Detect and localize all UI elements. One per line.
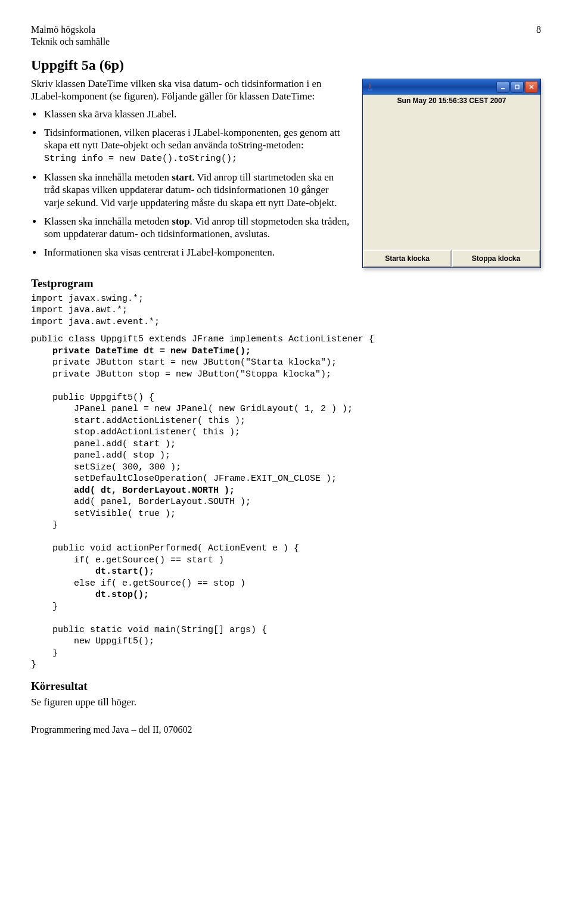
minimize-button[interactable] (496, 81, 509, 93)
bullet-text: Informationen ska visas centrerat i JLab… (44, 247, 275, 258)
korresultat-heading: Körresultat (31, 679, 541, 693)
testprogram-heading: Testprogram (31, 276, 541, 291)
page-title: Uppgift 5a (6p) (31, 56, 541, 74)
maximize-button[interactable] (511, 81, 524, 93)
datetime-label: Sun May 20 15:56:33 CEST 2007 (363, 95, 540, 107)
intro-paragraph: Skriv klassen DateTime vilken ska visa d… (31, 77, 350, 103)
bullet-start-method: Klassen ska innehålla metoden start. Vid… (43, 171, 350, 209)
bullet-inherit-jlabel: Klassen ska ärva klassen JLabel. (43, 108, 350, 120)
method-name-stop: stop (172, 216, 189, 227)
bullet-text: Klassen ska innehålla metoden (44, 216, 172, 227)
page-header: Malmö högskola Teknik och samhälle 8 (31, 24, 541, 48)
java-swing-window: Sun May 20 15:56:33 CEST 2007 Starta klo… (362, 79, 541, 268)
page-number: 8 (536, 24, 541, 48)
bullet-date-info: Tidsinformationen, vilken placeras i JLa… (43, 126, 350, 165)
titlebar[interactable] (363, 79, 540, 95)
svg-rect-0 (501, 88, 505, 89)
bullet-centered: Informationen ska visas centrerat i JLab… (43, 246, 350, 259)
code-imports: import javax.swing.*; import java.awt.*;… (31, 293, 541, 328)
bullet-text: Klassen ska innehålla metoden (44, 172, 172, 183)
start-clock-button[interactable]: Starta klocka (363, 250, 452, 267)
institution: Malmö högskola (31, 24, 110, 36)
window-body (363, 107, 540, 250)
code-class: public class Uppgift5 extends JFrame imp… (31, 334, 541, 671)
bullet-stop-method: Klassen ska innehålla metoden stop. Vid … (43, 215, 350, 241)
bullet-code: String info = new Date().toString(); (44, 154, 237, 164)
close-button[interactable] (525, 81, 538, 93)
korresultat-text: Se figuren uppe till höger. (31, 696, 541, 708)
stop-clock-button[interactable]: Stoppa klocka (452, 250, 540, 267)
java-icon (365, 82, 375, 92)
svg-rect-1 (515, 85, 519, 89)
bullet-text: Klassen ska ärva klassen JLabel. (44, 108, 176, 120)
bullet-text: Tidsinformationen, vilken placeras i JLa… (44, 127, 340, 151)
page-footer: Programmering med Java – del II, 070602 (31, 724, 541, 736)
department: Teknik och samhälle (31, 36, 110, 48)
method-name-start: start (172, 172, 192, 183)
